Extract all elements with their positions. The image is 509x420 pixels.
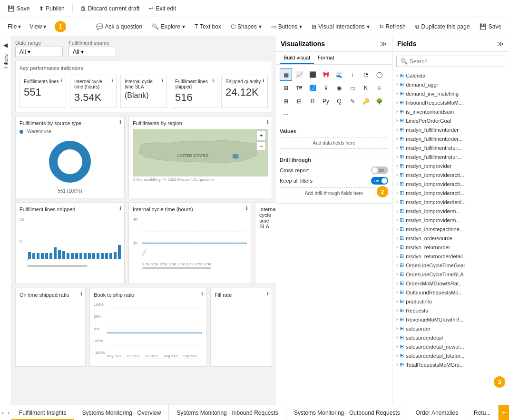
buttons-button[interactable]: ▭ Buttons ▾	[267, 21, 306, 32]
fulfillments-by-region-card[interactable]: Fulfillments by region ℹ UNITED STATES +…	[128, 116, 272, 198]
waterfall-chart-icon[interactable]: 🌊	[333, 68, 345, 81]
field-item-orderlinecycletimesla[interactable]: › ⊞ OrderLineCycleTimeSLA	[392, 270, 509, 279]
add-data-fields-box[interactable]: Add data fields here	[280, 137, 388, 149]
treemap-icon[interactable]: ⊞	[280, 82, 292, 94]
tab-retu[interactable]: Retu...	[466, 405, 499, 420]
filters-label[interactable]: Filters	[3, 54, 9, 68]
fulfillments-by-region-info-icon[interactable]: ℹ	[267, 119, 269, 125]
kpi-info-icon-4[interactable]: ℹ	[263, 78, 264, 83]
view-menu-button[interactable]: View ▾	[26, 21, 50, 32]
kpi-card-cycle-time[interactable]: Internal cycle time (hours) 3.54K ℹ	[70, 75, 117, 108]
field-item-salesorderdetail[interactable]: › ⊞ salesorderdetail	[392, 333, 509, 342]
field-item-msdyn-fulfillmentorder[interactable]: › ⊞ msdyn_fulfillmentorder	[392, 125, 509, 134]
kpi-card-fulfillment-lines[interactable]: Fulfillments lines 551 ℹ	[20, 75, 66, 108]
fulfillment-source-select[interactable]: All ▾	[69, 47, 116, 57]
cross-report-toggle[interactable]: Off	[371, 166, 388, 174]
format-tab[interactable]: Format	[314, 52, 338, 64]
field-item-demand-inv[interactable]: › ⊞ demand_inv_matching	[392, 89, 509, 98]
tab-systems-monitoring-overview[interactable]: Systems Monitoring - Overview	[74, 405, 169, 420]
tab-order-anomalies[interactable]: Order Anomalies	[408, 405, 466, 420]
internal-cycle-time-info-icon[interactable]: ℹ	[246, 205, 248, 211]
internal-cycle-time-card[interactable]: Internal cycle time (hours) ℹ 4K 3K Frid…	[128, 202, 251, 284]
fill-rate-info-icon[interactable]: ℹ	[267, 291, 269, 296]
funnel-icon[interactable]: ⊽	[320, 82, 332, 94]
viz-panel-expand-button[interactable]: ≫	[380, 40, 387, 48]
table-icon[interactable]: ⊞	[280, 95, 292, 107]
tab-add-button[interactable]: +	[499, 405, 509, 420]
fill-rate-card[interactable]: Fill rate ℹ	[210, 288, 272, 367]
kpi-info-icon-1[interactable]: ℹ	[111, 78, 113, 83]
donut-chart-icon[interactable]: ◯	[373, 68, 385, 81]
kpi-info-icon-2[interactable]: ℹ	[162, 78, 164, 83]
field-item-msdyn-fulfillmentretur1[interactable]: › ⊞ msdyn_fulfillmentretur...	[392, 143, 509, 152]
kpi-info-icon-3[interactable]: ℹ	[212, 78, 214, 83]
fulfillments-by-source-card[interactable]: Fulfillments by source type ℹ Warehouse …	[15, 116, 125, 198]
card-icon[interactable]: ▭	[346, 82, 359, 94]
field-item-revenuemomgrowth[interactable]: › ⊞ RevenueMoMGrowthR...	[392, 315, 509, 324]
duplicate-page-button[interactable]: ⧉ Duplicate this page	[411, 21, 474, 32]
internal-cycle-time-sla-card[interactable]: Internal cycle time SLA ℹ	[255, 202, 276, 284]
on-time-shipped-info-icon[interactable]: ℹ	[80, 291, 82, 296]
exit-edit-button[interactable]: ↩ Exit edit	[145, 3, 180, 14]
on-time-shipped-card[interactable]: On time shipped ratio ℹ	[15, 288, 86, 367]
field-item-calendar[interactable]: › ⊞ Calendar	[392, 71, 509, 80]
file-menu-button[interactable]: File ▾	[4, 21, 25, 32]
pie-chart-icon[interactable]: ◔	[360, 68, 372, 81]
build-visual-tab[interactable]: Build visual	[280, 52, 314, 64]
publish-button[interactable]: ⬆ Publish	[35, 3, 68, 14]
field-item-is-inventonhandsum[interactable]: › ⊞ is_inventonhandsum	[392, 107, 509, 116]
field-item-orderlinecycletimegoal[interactable]: › ⊞ OrderLineCycleTimeGoal	[392, 261, 509, 270]
gauge-icon[interactable]: ◉	[333, 82, 345, 94]
secondary-save-button[interactable]: 💾 Save	[476, 21, 505, 32]
field-item-inbound-requests[interactable]: › ⊞ InboundRequestsMoM...	[392, 98, 509, 107]
kpi-card-cycle-time-sla[interactable]: Internal cycle time SLA (Blank) ℹ	[120, 75, 167, 108]
py-visual-icon[interactable]: Py	[320, 95, 332, 107]
text-box-button[interactable]: T Text box	[191, 21, 225, 32]
line-chart-icon[interactable]: 📈	[293, 68, 305, 81]
bar-chart-icon[interactable]: ▦	[280, 68, 292, 81]
discard-button[interactable]: 🗑 Discard current draft	[77, 3, 144, 14]
field-item-msdyn-iomprovideracti3[interactable]: › ⊞ msdyn_iomprovideracti...	[392, 188, 509, 197]
field-item-msdyn-iomproviderm1[interactable]: › ⊞ msdyn_iomproviderm...	[392, 206, 509, 215]
matrix-icon[interactable]: ⊟	[293, 95, 305, 107]
field-item-salesorderdetail-totalor[interactable]: › ⊞ salesorderdetail_totalor...	[392, 351, 509, 360]
add-drillthrough-fields-box[interactable]: Add drill-through fields here	[280, 187, 388, 199]
smart-narrative-icon[interactable]: ✎	[346, 95, 359, 107]
field-item-outboundrequestsmo[interactable]: › ⊞ OutboundRequestsMo...	[392, 288, 509, 297]
fields-search-input[interactable]	[410, 58, 501, 65]
tab-nav-right[interactable]: ›	[6, 405, 11, 420]
fulfillments-by-source-info-icon[interactable]: ℹ	[119, 119, 121, 125]
field-item-msdyn-iomprovideracti1[interactable]: › ⊞ msdyn_iomprovideracti...	[392, 170, 509, 179]
field-item-ordersmomgrowthrat[interactable]: › ⊞ OrdersMoMGrowthRat...	[392, 279, 509, 288]
more-visuals-icon[interactable]: ⋯	[280, 108, 292, 121]
slicer-icon[interactable]: ≡	[373, 82, 385, 94]
refresh-button[interactable]: ↻ Refresh	[375, 21, 410, 32]
qna-icon[interactable]: Q	[333, 95, 345, 107]
ask-question-button[interactable]: 💬 Ask a question	[92, 21, 147, 32]
field-item-demand-aggr[interactable]: › ⊞ demand_aggr	[392, 80, 509, 89]
book-to-ship-info-icon[interactable]: ℹ	[201, 291, 203, 296]
field-item-msdyn-ordersource[interactable]: › ⊞ msdyn_ordersource	[392, 234, 509, 243]
ribbon-chart-icon[interactable]: 🎀	[320, 68, 332, 81]
explore-button[interactable]: 🔍 Explore ▾	[148, 21, 189, 32]
kpi-icon[interactable]: K	[360, 82, 372, 94]
shapes-button[interactable]: ⬡ Shapes ▾	[227, 21, 265, 32]
tab-systems-monitoring-outbound[interactable]: Systems Monitoring - Outbound Requests	[286, 405, 408, 420]
kpi-card-shipped-quantity[interactable]: Shipped quantity 24.12K ℹ	[221, 75, 268, 108]
field-item-msdyn-iomprovider[interactable]: › ⊞ msdyn_iomprovider	[392, 161, 509, 170]
field-item-salesorderdetail-newor[interactable]: › ⊞ salesorderdetail_newor...	[392, 342, 509, 351]
field-item-requests[interactable]: › ⊞ Requests	[392, 306, 509, 315]
r-visual-icon[interactable]: R	[306, 95, 319, 107]
area-chart-icon[interactable]: ⬛	[306, 68, 319, 81]
map-zoom-in-button[interactable]: +	[256, 131, 266, 140]
field-item-msdyn-fulfillmentretur2[interactable]: › ⊞ msdyn_fulfillmentretur...	[392, 152, 509, 161]
book-to-ship-card[interactable]: Book to ship ratio ℹ 100% 50% 0% -50% -1…	[89, 288, 206, 367]
field-item-lines-per-order[interactable]: › ⊞ LinesPerOrderGoal	[392, 116, 509, 125]
map-zoom-out-button[interactable]: −	[256, 141, 266, 151]
save-button[interactable]: 💾 Save	[4, 3, 33, 14]
tab-fulfillment-insights[interactable]: Fulfillment Insights	[11, 405, 74, 420]
kpi-card-lines-shipped[interactable]: Fulfillment lines shipped 516 ℹ	[171, 75, 217, 108]
key-influencer-icon[interactable]: 🔑	[360, 95, 372, 107]
kpi-info-icon-0[interactable]: ℹ	[61, 78, 63, 83]
field-item-msdyn-returnorderdetail[interactable]: › ⊞ msdyn_returnorderdetail	[392, 252, 509, 261]
